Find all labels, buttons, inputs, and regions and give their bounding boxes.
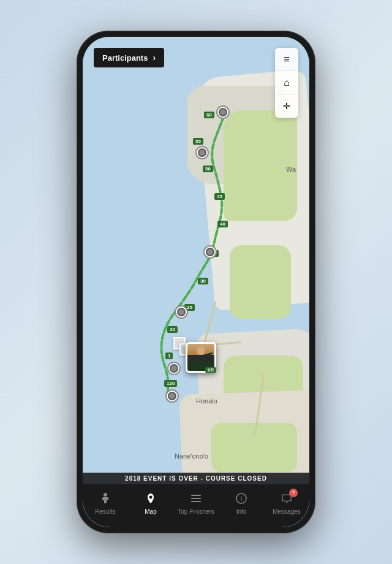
home-icon: ⌂ — [284, 77, 290, 88]
svg-rect-2 — [191, 495, 201, 496]
top-bar: Participants › ≡ ⌂ ✛ — [94, 48, 298, 118]
participant-avatar-kr[interactable]: KR — [186, 342, 216, 373]
status-text: 2018 EVENT IS OVER - COURSE CLOSED — [125, 475, 267, 482]
checkpoint-55 — [195, 146, 209, 159]
mile-marker-40: 40 — [217, 221, 228, 227]
svg-rect-3 — [191, 498, 201, 499]
mile-marker-45: 45 — [214, 193, 225, 200]
svg-rect-4 — [191, 501, 201, 502]
mile-marker-55: 55 — [193, 138, 203, 145]
map-container[interactable]: 60 55 50 45 40 35 30 25 20 1 120 — [83, 37, 309, 527]
mile-marker-120: 120 — [164, 380, 177, 387]
chevron-right-icon: › — [153, 53, 156, 63]
top-finishers-icon — [190, 492, 202, 506]
participants-label: Participants — [102, 53, 148, 63]
nav-map[interactable]: Map — [128, 492, 173, 520]
phone-frame: 60 55 50 45 40 35 30 25 20 1 120 — [77, 31, 315, 533]
mile-marker-30: 30 — [198, 278, 208, 284]
status-bar: 2018 EVENT IS OVER - COURSE CLOSED — [83, 473, 309, 484]
nav-info-label: Info — [236, 508, 247, 515]
svg-point-1 — [149, 495, 153, 498]
nav-messages-label: Messages — [273, 508, 301, 515]
land-green2 — [230, 245, 291, 319]
info-icon: i — [235, 492, 247, 506]
nav-results[interactable]: Results — [83, 492, 128, 520]
messages-icon: 7 — [281, 492, 293, 506]
crosshair-button[interactable]: ✛ — [275, 94, 298, 118]
mile-marker-20: 20 — [167, 326, 178, 333]
map-icon — [145, 492, 157, 506]
svg-text:i: i — [241, 495, 242, 502]
messages-badge: 7 — [289, 489, 298, 497]
bottom-nav: Results Map — [83, 484, 309, 527]
nav-messages[interactable]: 7 Messages — [264, 492, 309, 520]
participants-button[interactable]: Participants › — [94, 48, 164, 67]
svg-point-0 — [104, 493, 107, 497]
results-icon — [99, 492, 111, 506]
mile-marker-50: 50 — [203, 166, 213, 172]
crosshair-icon: ✛ — [283, 101, 290, 111]
place-label-wa: Wa — [286, 166, 296, 173]
nav-info[interactable]: i Info — [219, 492, 264, 520]
mile-marker-1: 1 — [165, 352, 173, 359]
checkpoint-bottom — [165, 389, 179, 403]
menu-icon: ≡ — [284, 54, 289, 65]
phone-screen: 60 55 50 45 40 35 30 25 20 1 120 — [83, 37, 309, 527]
place-label-naneonoo: Nane'ono'o — [175, 452, 208, 460]
home-button[interactable]: ⌂ — [275, 71, 298, 94]
nav-map-label: Map — [145, 508, 156, 515]
place-label-honalo: Honalo — [196, 397, 217, 405]
kr-label: KR — [205, 367, 216, 373]
checkpoint-35 — [203, 245, 217, 259]
nav-top-finishers[interactable]: Top Finishers — [173, 492, 219, 520]
menu-button[interactable]: ≡ — [275, 48, 298, 71]
checkpoint-25 — [175, 305, 188, 319]
nav-results-label: Results — [95, 508, 115, 515]
checkpoint-small — [167, 362, 181, 375]
nav-top-finishers-label: Top Finishers — [178, 508, 214, 515]
map-controls: ≡ ⌂ ✛ — [275, 48, 298, 118]
